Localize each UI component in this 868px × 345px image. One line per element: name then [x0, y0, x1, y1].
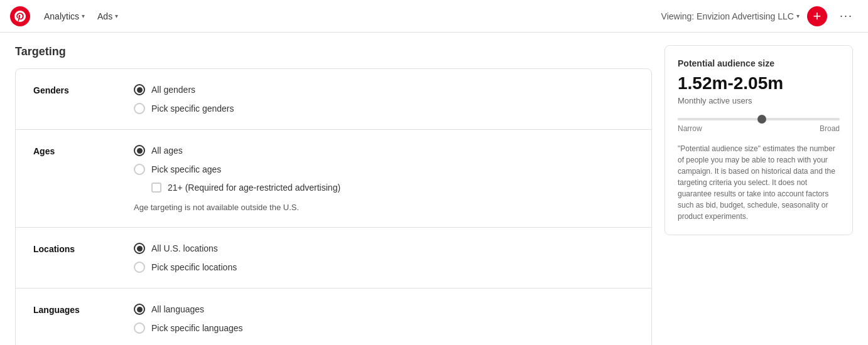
slider-thumb [757, 115, 766, 124]
pinterest-logo [10, 6, 30, 26]
all-languages-option[interactable]: All languages [134, 304, 243, 315]
languages-options: All languages Pick specific languages [134, 304, 243, 334]
page-title: Targeting [15, 45, 652, 58]
specific-languages-radio[interactable] [134, 322, 145, 334]
audience-subtitle: Monthly active users [678, 96, 840, 105]
ads-label: Ads [97, 11, 112, 21]
left-panel: Targeting Genders All genders Pick speci… [15, 45, 652, 345]
slider-broad-label: Broad [820, 124, 840, 133]
audience-slider[interactable] [678, 118, 840, 120]
ads-chevron-icon: ▾ [115, 13, 118, 19]
specific-locations-option[interactable]: Pick specific locations [134, 262, 237, 273]
viewing-selector[interactable]: Viewing: Envizion Advertising LLC ▾ [661, 11, 800, 21]
ages-label: Ages [33, 145, 134, 156]
top-navigation: Analytics ▾ Ads ▾ Viewing: Envizion Adve… [0, 0, 868, 33]
all-languages-radio[interactable] [134, 304, 145, 315]
specific-ages-radio[interactable] [134, 164, 145, 175]
more-options-button[interactable]: ··· [835, 7, 858, 25]
audience-card-title: Potential audience size [678, 58, 840, 68]
all-genders-option[interactable]: All genders [134, 84, 234, 95]
specific-genders-option[interactable]: Pick specific genders [134, 103, 234, 114]
slider-narrow-label: Narrow [678, 124, 702, 133]
all-locations-option[interactable]: All U.S. locations [134, 243, 237, 254]
viewing-text: Viewing: Envizion Advertising LLC [661, 11, 794, 21]
audience-description: "Potential audience size" estimates the … [678, 143, 840, 222]
specific-ages-option[interactable]: Pick specific ages [134, 164, 340, 175]
genders-row: Genders All genders Pick specific gender… [16, 69, 651, 130]
slider-labels: Narrow Broad [678, 124, 840, 133]
all-genders-radio[interactable] [134, 84, 145, 95]
add-button[interactable]: + [807, 6, 827, 26]
locations-options: All U.S. locations Pick specific locatio… [134, 243, 237, 273]
audience-size-value: 1.52m-2.05m [678, 73, 840, 93]
age-restricted-checkbox[interactable] [151, 183, 161, 193]
specific-ages-label: Pick specific ages [151, 164, 221, 174]
all-ages-radio[interactable] [134, 145, 145, 156]
slider-track [678, 118, 840, 120]
specific-locations-label: Pick specific locations [151, 262, 237, 272]
age-restricted-option[interactable]: 21+ (Required for age-restricted adverti… [151, 183, 340, 193]
all-locations-label: All U.S. locations [151, 243, 218, 253]
languages-row: Languages All languages Pick specific la… [16, 289, 651, 345]
all-genders-label: All genders [151, 85, 195, 95]
languages-label: Languages [33, 304, 134, 315]
specific-locations-radio[interactable] [134, 262, 145, 273]
all-locations-radio[interactable] [134, 243, 145, 254]
ages-row: Ages All ages Pick specific ages 21+ (Re… [16, 130, 651, 228]
specific-languages-option[interactable]: Pick specific languages [134, 322, 243, 334]
ages-options: All ages Pick specific ages 21+ (Require… [134, 145, 340, 212]
age-restricted-label: 21+ (Required for age-restricted adverti… [168, 183, 340, 193]
age-note: Age targeting is not available outside t… [134, 203, 340, 212]
analytics-nav-item[interactable]: Analytics ▾ [38, 8, 91, 25]
analytics-chevron-icon: ▾ [82, 13, 85, 19]
nav-right: Viewing: Envizion Advertising LLC ▾ + ··… [661, 6, 858, 26]
viewing-chevron-icon: ▾ [796, 13, 800, 19]
targeting-card: Genders All genders Pick specific gender… [15, 68, 652, 345]
specific-genders-radio[interactable] [134, 103, 145, 114]
genders-options: All genders Pick specific genders [134, 84, 234, 114]
slider-fill [678, 118, 767, 120]
all-ages-option[interactable]: All ages [134, 145, 340, 156]
right-panel: Potential audience size 1.52m-2.05m Mont… [665, 45, 853, 345]
specific-genders-label: Pick specific genders [151, 104, 234, 114]
locations-label: Locations [33, 243, 134, 254]
analytics-label: Analytics [44, 11, 79, 21]
audience-size-card: Potential audience size 1.52m-2.05m Mont… [665, 45, 853, 235]
specific-languages-label: Pick specific languages [151, 323, 243, 333]
genders-label: Genders [33, 84, 134, 95]
locations-row: Locations All U.S. locations Pick specif… [16, 228, 651, 289]
main-container: Targeting Genders All genders Pick speci… [0, 33, 868, 345]
all-languages-label: All languages [151, 304, 204, 314]
ads-nav-item[interactable]: Ads ▾ [91, 8, 124, 25]
all-ages-label: All ages [151, 146, 183, 156]
